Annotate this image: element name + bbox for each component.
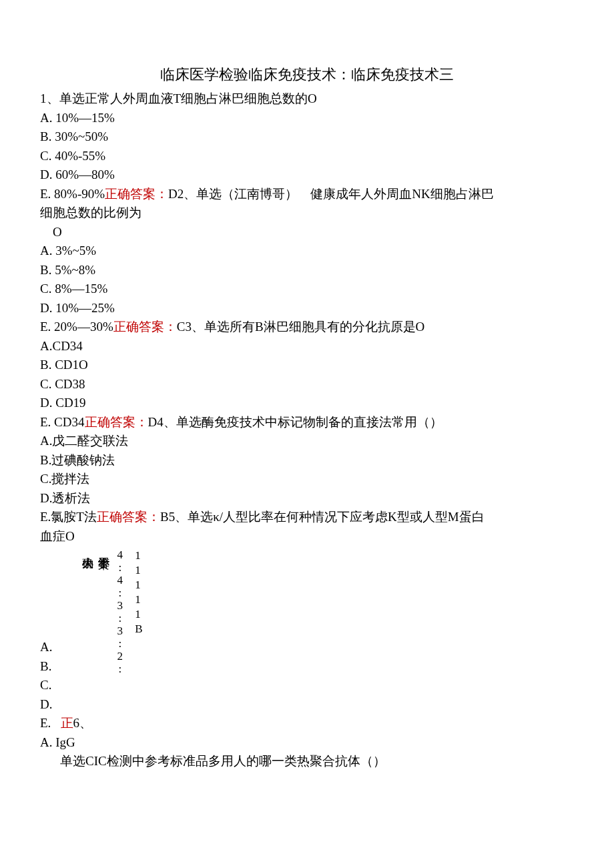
q3-stem: C3、单选所有B淋巴细胞具有的分化抗原是O <box>177 320 425 334</box>
q5-r1: 1 <box>135 548 142 563</box>
q5-option-c: C. <box>40 676 574 695</box>
q5-stem-part1: B5、单选κ/人型比率在何种情况下应考虑K型或人型M蛋白 <box>160 510 485 524</box>
q3-option-d: D. CD19 <box>40 394 574 413</box>
q5-answer-label: 正 <box>61 716 73 730</box>
q3-option-c: C. CD38 <box>40 375 574 394</box>
q5-r3: 1 <box>135 578 142 592</box>
q4-option-e: E.氯胺T法 <box>40 510 97 524</box>
q1-option-e-line: E. 80%-90%正确答案：D2、单选（江南博哥） 健康成年人外周血NK细胞占… <box>40 185 574 204</box>
q5-vcol-2: 于于于于于答案小 <box>96 548 111 635</box>
q2-option-a: A. 3%~5% <box>40 242 574 261</box>
q2-option-c: C. 8%—15% <box>40 280 574 299</box>
q1-option-a: A. 10%—15% <box>40 109 574 128</box>
q4-option-d: D.透析法 <box>40 489 574 508</box>
q4-option-b: B.过碘酸钠法 <box>40 451 574 470</box>
q3-option-b: B. CD1O <box>40 356 574 375</box>
q1-answer-label: 正确答案： <box>105 187 168 201</box>
q5-r5: 1 <box>135 607 142 622</box>
document-page: 临床医学检验临床免疫技术：临床免疫技术三 1、单选正常人外周血液T细胞占淋巴细胞… <box>0 0 614 868</box>
q5-option-d: D. <box>40 695 574 715</box>
q2-option-d: D. 10%—25% <box>40 299 574 318</box>
q5-r6: B <box>135 622 142 636</box>
q2-stem-part1: D2、单选（江南博哥） 健康成年人外周血NK细胞占淋巴 <box>168 187 494 201</box>
q2-stem-part2: 细胞总数的比例为 <box>40 203 574 223</box>
q4-option-c: C.搅拌法 <box>40 470 574 489</box>
q4-answer-label: 正确答案： <box>97 510 160 524</box>
q3-option-a: A.CD34 <box>40 337 574 356</box>
page-title: 临床医学检验临床免疫技术：临床免疫技术三 <box>40 63 574 85</box>
q5-stem-part2: 血症O <box>40 527 574 546</box>
q5-option-e-line: E. 正6、 <box>40 714 574 733</box>
q2-answer-label: 正确答案： <box>113 320 177 334</box>
q5-vcol-1: 大小大大确 <box>80 548 95 635</box>
q6-stem: 单选CIC检测中参考标准品多用人的哪一类热聚合抗体（） <box>60 752 574 771</box>
q4-option-a: A.戊二醛交联法 <box>40 432 574 451</box>
q3-option-e-line: E. CD34正确答案：D4、单选酶免疫技术中标记物制备的直接法常用（） <box>40 413 574 432</box>
q6-option-a: A. IgG <box>40 733 574 753</box>
q1-stem: 1、单选正常人外周血液T细胞占淋巴细胞总数的O <box>40 89 574 109</box>
q2-marker: O <box>40 223 574 242</box>
q1-option-e: E. 80%-90% <box>40 187 105 201</box>
q5-vertical-block: 大小大大确 于于于于于答案小 4:4:3:3:2: 1 1 1 1 1 B <box>80 548 574 635</box>
q1-option-b: B. 30%~50% <box>40 127 574 147</box>
q1-option-d: D. 60%—80% <box>40 165 574 185</box>
q4-stem: D4、单选酶免疫技术中标记物制备的直接法常用（） <box>148 415 442 429</box>
q1-option-c: C. 40%-55% <box>40 147 574 166</box>
q5-vcol-3: 4:4:3:3:2: <box>112 548 127 635</box>
q6-prefix: 6、 <box>73 716 93 730</box>
q2-option-b: B. 5%~8% <box>40 261 574 280</box>
q2-option-e-line: E. 20%—30%正确答案：C3、单选所有B淋巴细胞具有的分化抗原是O <box>40 318 574 337</box>
q4-option-e-line: E.氯胺T法正确答案：B5、单选κ/人型比率在何种情况下应考虑K型或人型M蛋白 <box>40 508 574 527</box>
q5-right-col: 1 1 1 1 1 B <box>135 548 142 635</box>
q5-r4: 1 <box>135 592 142 607</box>
q5-option-e: E. <box>40 716 51 730</box>
q3-answer-label: 正确答案： <box>85 415 148 429</box>
q5-r2: 1 <box>135 563 142 578</box>
q3-option-e: E. CD34 <box>40 415 85 429</box>
q2-option-e: E. 20%—30% <box>40 320 113 334</box>
